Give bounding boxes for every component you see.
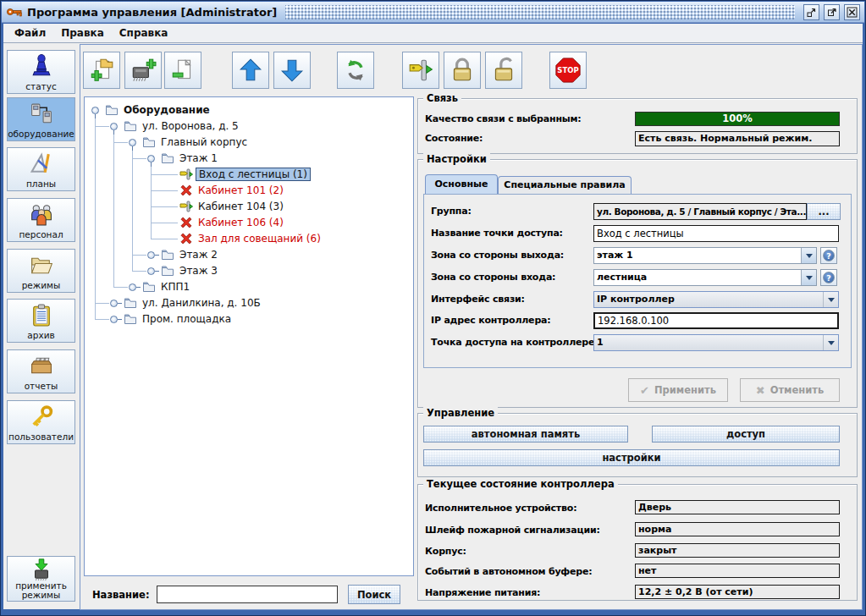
close-button[interactable]	[844, 4, 860, 20]
tree-node-meeting-hall[interactable]: Зал для совещаний (6)	[85, 231, 413, 247]
tree-node-main-building[interactable]: Главный корпус	[85, 135, 413, 151]
case-label: Корпус:	[425, 546, 466, 557]
management-group: Управление автономная память доступ наст…	[417, 413, 858, 477]
cancel-button[interactable]: ✖ Отменить	[740, 378, 840, 402]
tree-node-equipment-root[interactable]: Оборудование	[85, 102, 413, 118]
controller-state-group-title: Текущее состояние контроллера	[423, 478, 618, 490]
controller-point-combobox[interactable]: 1	[593, 334, 839, 351]
chevron-down-icon[interactable]	[801, 270, 816, 285]
tree-node-site-danilkina[interactable]: ул. Данилкина, д. 10Б	[85, 295, 413, 311]
refresh-button[interactable]	[337, 52, 374, 89]
tree-handle-collapsed[interactable]	[110, 300, 118, 307]
zone-entry-help-button[interactable]	[820, 269, 837, 286]
move-up-icon	[237, 57, 264, 84]
folder-icon	[124, 119, 137, 133]
folder-icon	[142, 280, 156, 294]
zone-exit-combobox[interactable]: этаж 1	[593, 247, 817, 264]
connection-group-title: Связь	[423, 92, 461, 104]
add-item-button[interactable]	[83, 52, 120, 89]
move-down-button[interactable]	[273, 52, 311, 89]
tree-handle-expanded[interactable]	[147, 155, 155, 162]
lock-button[interactable]	[444, 52, 481, 89]
tree-node-floor-1[interactable]: Этаж 1	[85, 151, 413, 167]
sidebar-item-modes[interactable]: режимы	[7, 249, 75, 293]
sidebar-item-label: архив	[8, 330, 74, 340]
actuator-value: Дверь	[635, 500, 840, 514]
tree-handle-collapsed[interactable]	[129, 283, 136, 291]
tree-node-room-106[interactable]: Кабинет 106 (4)	[85, 215, 413, 231]
access-point-icon	[179, 200, 193, 213]
connection-state-value: Есть связь. Нормальный режим.	[635, 131, 840, 146]
sidebar-item-plans[interactable]: планы	[7, 147, 75, 191]
group-field-label: Группа:	[431, 206, 472, 217]
tree-node-room-104[interactable]: Кабинет 104 (3)	[85, 199, 413, 215]
tree-handle-collapsed[interactable]	[147, 251, 155, 259]
ip-address-input[interactable]	[593, 312, 839, 329]
tab-special-rules[interactable]: Специальные правила	[498, 176, 632, 194]
archive-icon	[28, 302, 54, 328]
state-label: Состояние:	[425, 133, 483, 144]
autonomous-memory-button[interactable]: автономная память	[423, 426, 628, 443]
tree-node-floor-3[interactable]: Этаж 3	[85, 263, 413, 279]
connection-quality-bar: 100%	[635, 112, 840, 126]
apply-modes-button[interactable]: применитьрежимы	[7, 556, 75, 602]
tree-node-floor-2[interactable]: Этаж 2	[85, 247, 413, 263]
interface-combobox[interactable]: IP контроллер	[593, 291, 839, 308]
controller-state-group: Текущее состояние контроллера Исполнител…	[417, 484, 858, 601]
sidebar-item-personnel[interactable]: персонал	[7, 198, 75, 242]
minimize-button[interactable]	[803, 4, 819, 20]
group-browse-button[interactable]: ...	[807, 203, 841, 220]
minimize-icon	[806, 7, 817, 18]
search-button[interactable]: Поиск	[348, 585, 400, 604]
reports-icon	[28, 353, 54, 379]
sidebar-item-label: персонал	[8, 229, 74, 239]
titlebar[interactable]: Программа управления [Administrator]	[2, 2, 864, 23]
modes-icon	[28, 252, 54, 278]
personnel-icon	[28, 201, 54, 228]
tree-node-industrial-site[interactable]: Пром. площадка	[85, 311, 413, 327]
folder-icon	[161, 151, 174, 165]
access-point-name-input[interactable]	[593, 225, 839, 242]
search-input[interactable]	[157, 586, 338, 603]
sidebar-item-equipment[interactable]: оборудование	[7, 97, 75, 141]
apply-modes-label: применитьрежимы	[8, 581, 74, 600]
tree-handle-expanded[interactable]	[91, 107, 99, 114]
tree-handle-collapsed[interactable]	[110, 316, 118, 323]
tree-node-site-voronova[interactable]: ул. Воронова, д. 5	[85, 118, 413, 135]
apply-button[interactable]: ✔ Применить	[628, 378, 728, 402]
tree-node-stairs-entrance[interactable]: Вход с лестницы (1)	[85, 167, 413, 183]
settings-group: Настройки Основные Специальные правила Г…	[417, 159, 858, 408]
access-button[interactable]: доступ	[652, 426, 840, 443]
stop-button[interactable]: STOP	[549, 52, 587, 89]
chevron-down-icon[interactable]	[823, 292, 838, 307]
remove-item-button[interactable]	[164, 52, 201, 89]
remove-item-icon	[169, 57, 196, 84]
tree-handle-expanded[interactable]	[110, 123, 118, 130]
tab-main[interactable]: Основные	[425, 174, 498, 194]
menubar: Файл Правка Справка	[3, 24, 863, 43]
tree-handle-collapsed[interactable]	[147, 267, 155, 275]
chevron-down-icon[interactable]	[801, 248, 816, 263]
sidebar-item-reports[interactable]: отчеты	[7, 349, 75, 393]
zone-entry-combobox[interactable]: лестница	[593, 269, 817, 286]
chevron-down-icon[interactable]	[823, 335, 838, 350]
tree-node-checkpoint-1[interactable]: КПП1	[85, 279, 413, 295]
add-controller-button[interactable]	[124, 52, 162, 89]
unlock-button[interactable]	[485, 52, 522, 89]
maximize-button[interactable]	[824, 4, 840, 20]
menu-edit[interactable]: Правка	[53, 25, 112, 41]
move-up-button[interactable]	[232, 52, 269, 89]
menu-file[interactable]: Файл	[7, 25, 53, 41]
sidebar-item-archive[interactable]: архив	[7, 299, 75, 343]
actuator-label: Исполнительное устройство:	[425, 503, 576, 514]
sidebar-item-status[interactable]: статус	[7, 50, 75, 94]
denied-icon	[179, 216, 193, 229]
access-point-button[interactable]	[402, 52, 439, 89]
folder-icon	[124, 312, 137, 326]
sidebar-item-users[interactable]: пользователи	[7, 400, 75, 444]
tree-handle-expanded[interactable]	[129, 139, 136, 146]
menu-help[interactable]: Справка	[112, 25, 176, 41]
tree-node-room-101[interactable]: Кабинет 101 (2)	[85, 183, 413, 199]
settings-button[interactable]: настройки	[423, 449, 840, 466]
zone-exit-help-button[interactable]	[820, 247, 837, 264]
